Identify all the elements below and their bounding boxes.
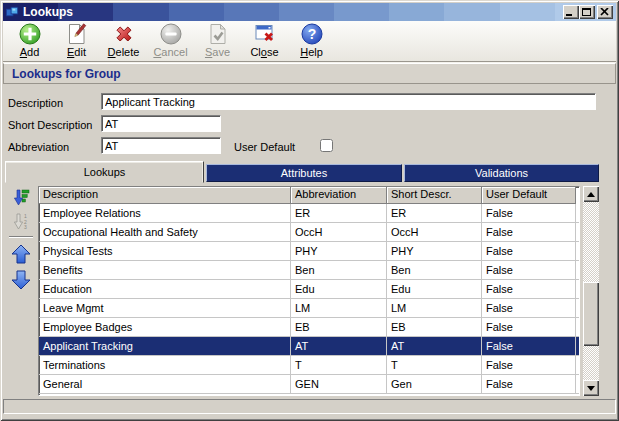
cell-filler (576, 375, 580, 394)
column-header-abbreviation[interactable]: Abbreviation (291, 187, 387, 204)
add-label: Add (20, 46, 40, 58)
cell-filler (576, 318, 580, 337)
cell-filler (576, 242, 580, 261)
add-button[interactable]: Add (6, 22, 53, 60)
edit-icon (65, 22, 89, 46)
title-bar: Lookups (3, 3, 616, 21)
table-row[interactable]: Employee Badges EB EB False (39, 318, 579, 337)
cell-filler (576, 204, 580, 223)
sort-button[interactable] (9, 189, 33, 206)
vertical-scrollbar[interactable] (583, 186, 599, 396)
maximize-button[interactable] (579, 5, 595, 19)
table-row[interactable]: Leave Mgmt LM LM False (39, 299, 579, 318)
cell-filler (576, 261, 580, 280)
help-icon: ? (300, 22, 324, 46)
help-label: Help (300, 46, 323, 58)
toolbar: Add Edit Delete Cancel (3, 21, 616, 62)
close-form-label: Close (250, 46, 278, 58)
arrow-down-icon (10, 269, 32, 291)
sort-numeric-button[interactable]: 1 2 3 (9, 213, 33, 230)
cell-filler (576, 337, 580, 356)
lookups-table: Description Abbreviation Short Descr. Us… (38, 186, 580, 396)
tab-attributes[interactable]: Attributes (206, 164, 402, 182)
help-button[interactable]: ? Help (288, 22, 335, 60)
table-header: Description Abbreviation Short Descr. Us… (39, 187, 579, 204)
group-header-title: Lookups for Group (12, 67, 121, 81)
cell-user-default: False (482, 337, 576, 356)
delete-label: Delete (108, 46, 140, 58)
cell-short-descr: Ben (387, 261, 482, 280)
cell-filler (576, 356, 580, 375)
cell-description: Physical Tests (39, 242, 291, 261)
table-row[interactable]: Employee Relations ER ER False (39, 204, 579, 223)
close-window-icon (253, 22, 277, 46)
edit-label: Edit (67, 46, 86, 58)
user-default-checkbox[interactable] (320, 139, 333, 152)
delete-icon (112, 22, 136, 46)
cell-abbreviation: OccH (291, 223, 387, 242)
column-header-short-descr[interactable]: Short Descr. (387, 187, 482, 204)
table-row[interactable]: Benefits Ben Ben False (39, 261, 579, 280)
description-input[interactable] (101, 93, 596, 110)
app-icon (5, 5, 20, 20)
cell-user-default: False (482, 223, 576, 242)
table-row[interactable]: Physical Tests PHY PHY False (39, 242, 579, 261)
cell-abbreviation: PHY (291, 242, 387, 261)
cell-short-descr: Edu (387, 280, 482, 299)
short-description-input[interactable] (101, 115, 221, 132)
svg-text:3: 3 (24, 224, 27, 230)
table-body: Employee Relations ER ER False Occupatio… (39, 204, 579, 394)
cancel-button[interactable]: Cancel (147, 22, 194, 60)
table-row[interactable]: Education Edu Edu False (39, 280, 579, 299)
save-icon (206, 22, 230, 46)
cell-user-default: False (482, 280, 576, 299)
scroll-down-icon (587, 386, 595, 391)
cell-short-descr: ER (387, 204, 482, 223)
sort-numeric-icon: 1 2 3 (13, 213, 30, 230)
cell-abbreviation: LM (291, 299, 387, 318)
cell-abbreviation: Edu (291, 280, 387, 299)
table-row[interactable]: General GEN Gen False (39, 375, 579, 394)
table-row[interactable]: Occupational Health and Safety OccH OccH… (39, 223, 579, 242)
status-bar (3, 399, 616, 414)
tab-validations[interactable]: Validations (404, 164, 599, 182)
cell-filler (576, 299, 580, 318)
tab-lookups[interactable]: Lookups (5, 161, 204, 183)
minimize-button[interactable] (563, 5, 579, 19)
close-icon (600, 8, 609, 16)
cell-user-default: False (482, 356, 576, 375)
lookups-window: Lookups Add Edit (0, 0, 619, 421)
window-title: Lookups (23, 5, 73, 19)
column-header-user-default[interactable]: User Default (482, 187, 576, 204)
cell-description: Employee Relations (39, 204, 291, 223)
gutter-separator (9, 236, 33, 238)
close-button[interactable] (597, 5, 613, 19)
cell-short-descr: Gen (387, 375, 482, 394)
save-button[interactable]: Save (194, 22, 241, 60)
scroll-up-button[interactable] (583, 186, 599, 202)
sort-descending-icon (13, 189, 30, 206)
arrow-up-icon (10, 243, 32, 265)
cell-abbreviation: Ben (291, 261, 387, 280)
table-row[interactable]: Applicant Tracking AT AT False (39, 337, 579, 356)
group-header: Lookups for Group (3, 63, 616, 84)
cell-filler (576, 223, 580, 242)
abbreviation-input[interactable] (101, 137, 221, 154)
edit-button[interactable]: Edit (53, 22, 100, 60)
cell-description: General (39, 375, 291, 394)
cell-abbreviation: GEN (291, 375, 387, 394)
cell-abbreviation: T (291, 356, 387, 375)
scroll-down-button[interactable] (583, 380, 599, 396)
cell-description: Terminations (39, 356, 291, 375)
move-down-button[interactable] (9, 269, 33, 291)
column-header-description[interactable]: Description (39, 187, 291, 204)
scrollbar-thumb[interactable] (583, 282, 599, 346)
table-row[interactable]: Terminations T T False (39, 356, 579, 375)
side-button-gutter: 1 2 3 (5, 186, 37, 396)
close-form-button[interactable]: Close (241, 22, 288, 60)
move-up-button[interactable] (9, 243, 33, 265)
caption-buttons (563, 5, 613, 19)
delete-button[interactable]: Delete (100, 22, 147, 60)
cell-description: Leave Mgmt (39, 299, 291, 318)
cell-abbreviation: AT (291, 337, 387, 356)
